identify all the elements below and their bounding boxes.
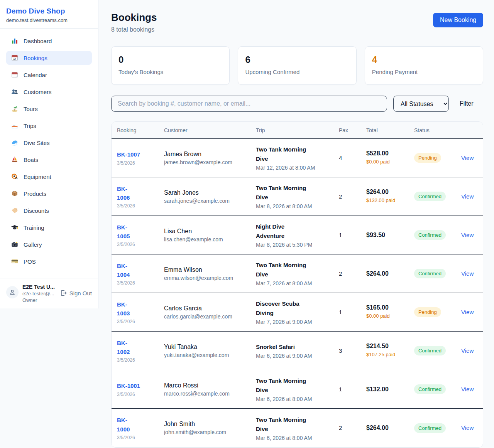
paid-amount: $107.25 paid [366, 351, 399, 358]
stat-card-pending-payment: 4Pending Payment [365, 46, 483, 85]
column-header-status: Status [409, 122, 456, 138]
booking-id-link[interactable]: BK-1007 [117, 150, 156, 159]
view-link[interactable]: View [461, 155, 474, 161]
speedboat-icon [11, 122, 19, 130]
sign-out-icon [59, 289, 67, 297]
view-link[interactable]: View [461, 309, 474, 315]
stat-label: Pending Payment [372, 69, 476, 75]
booking-id-link[interactable]: BK-1006 [117, 184, 156, 202]
customer-email: emma.wilson@example.com [164, 275, 247, 281]
brand-name: Demo Dive Shop [6, 7, 92, 15]
sidebar-item-tours[interactable]: Tours [6, 102, 92, 116]
view-link[interactable]: View [461, 386, 474, 392]
svg-text:17: 17 [13, 57, 16, 60]
pax-count: 2 [339, 270, 342, 277]
sidebar-item-customers[interactable]: Customers [6, 85, 92, 99]
booking-id-link[interactable]: BK-1000 [117, 416, 156, 434]
customer-email: sarah.jones@example.com [164, 198, 247, 204]
status-badge: Confirmed [414, 192, 446, 201]
page-title: Bookings [111, 12, 157, 24]
sailboat-icon [11, 156, 19, 163]
grad-cap-icon [11, 224, 19, 231]
sidebar-item-label: Equipment [24, 173, 51, 180]
column-header-pax: Pax [333, 122, 361, 138]
sidebar-item-boats[interactable]: Boats [6, 153, 92, 167]
table-row: BK-1005 3/5/2026 Lisa Chen lisa.chen@exa… [112, 216, 483, 254]
status-badge: Confirmed [414, 230, 446, 240]
column-header-trip: Trip [250, 122, 333, 138]
sign-out-button[interactable]: Sign Out [59, 289, 92, 297]
sidebar-item-label: Gallery [24, 241, 42, 248]
sidebar-item-products[interactable]: Products [6, 187, 92, 200]
user-role: Owner [22, 297, 56, 303]
customer-email: carlos.garcia@example.com [164, 313, 247, 320]
pax-count: 2 [339, 193, 342, 200]
booking-date: 3/5/2026 [117, 319, 156, 324]
booking-id-link[interactable]: BK-1001 [117, 381, 156, 390]
table-row: BK-1007 3/5/2026 James Brown james.brown… [112, 139, 483, 177]
search-input[interactable] [111, 96, 387, 112]
table-row: BK-1001 3/5/2026 Marco Rossi marco.rossi… [112, 370, 483, 409]
total-amount: $264.00 [366, 424, 406, 431]
pax-count: 1 [339, 232, 342, 238]
customer-name: Carlos Garcia [164, 305, 247, 312]
stat-value: 6 [245, 54, 349, 65]
sidebar-item-label: Training [24, 224, 44, 231]
sidebar-item-label: Calendar [24, 72, 47, 78]
sidebar-item-training[interactable]: Training [6, 221, 92, 234]
customer-email: yuki.tanaka@example.com [164, 352, 247, 358]
view-link[interactable]: View [461, 232, 474, 238]
trip-datetime: Mar 6, 2026 at 8:00 AM [256, 435, 330, 441]
trip-name: Discover Scuba Diving [256, 299, 311, 318]
package-icon [11, 190, 19, 197]
sidebar-item-calendar[interactable]: Calendar [6, 68, 92, 82]
view-link[interactable]: View [461, 347, 474, 354]
table-row: BK-1006 3/5/2026 Sarah Jones sarah.jones… [112, 177, 483, 216]
table-row: BK-1003 3/5/2026 Carlos Garcia carlos.ga… [112, 293, 483, 332]
sidebar-item-label: Dive Sites [24, 140, 50, 146]
customer-name: Sarah Jones [164, 189, 247, 196]
stats-row: 0Today's Bookings6Upcoming Confirmed4Pen… [111, 46, 483, 85]
sidebar-item-equipment[interactable]: Equipment [6, 170, 92, 184]
tag-icon [11, 207, 19, 214]
booking-id-link[interactable]: BK-1002 [117, 339, 156, 357]
sidebar-item-gallery[interactable]: Gallery [6, 237, 92, 251]
table-row: BK-1002 3/5/2026 Yuki Tanaka yuki.tanaka… [112, 332, 483, 370]
view-link[interactable]: View [461, 193, 474, 200]
status-filter-select[interactable]: All Statuses [393, 96, 449, 112]
sidebar-item-label: Bookings [24, 55, 47, 61]
sidebar-item-label: Trips [24, 123, 36, 129]
customer-name: Lisa Chen [164, 228, 247, 235]
booking-id-link[interactable]: BK-1003 [117, 300, 156, 318]
trip-name: Snorkel Safari [256, 342, 311, 352]
avatar [6, 286, 19, 298]
view-link[interactable]: View [461, 270, 474, 277]
table-row: BK-1000 3/5/2026 John Smith john.smith@e… [112, 409, 483, 447]
pax-count: 4 [339, 155, 342, 161]
column-header-total: Total [361, 122, 409, 138]
pax-count: 3 [339, 347, 342, 354]
sidebar-item-trips[interactable]: Trips [6, 119, 92, 133]
sidebar-item-discounts[interactable]: Discounts [6, 204, 92, 217]
sidebar-item-dive-sites[interactable]: Dive Sites [6, 136, 92, 150]
stat-label: Upcoming Confirmed [245, 69, 349, 75]
filter-button[interactable]: Filter [455, 97, 478, 110]
stat-value: 4 [372, 54, 476, 65]
column-header-customer: Customer [159, 122, 250, 138]
status-badge: Pending [414, 307, 441, 317]
customer-email: marco.rossi@example.com [164, 391, 247, 397]
brand: Demo Dive Shop demo.test.divestreams.com [0, 0, 98, 29]
sidebar-item-dashboard[interactable]: Dashboard [6, 34, 92, 48]
trip-name: Two Tank Morning Dive [256, 261, 311, 279]
sidebar-item-pos[interactable]: POS [6, 254, 92, 268]
booking-id-link[interactable]: BK-1004 [117, 261, 156, 280]
sidebar-item-label: Boats [24, 157, 38, 163]
trip-datetime: Mar 7, 2026 at 9:00 AM [256, 319, 330, 325]
booking-id-link[interactable]: BK-1005 [117, 223, 156, 241]
bar-chart-icon [11, 37, 19, 45]
view-link[interactable]: View [461, 424, 474, 431]
users-icon [11, 88, 19, 96]
new-booking-button[interactable]: New Booking [433, 13, 483, 27]
sidebar-item-bookings[interactable]: 17Bookings [6, 51, 92, 65]
main-content: Bookings 8 total bookings New Booking 0T… [98, 0, 494, 448]
